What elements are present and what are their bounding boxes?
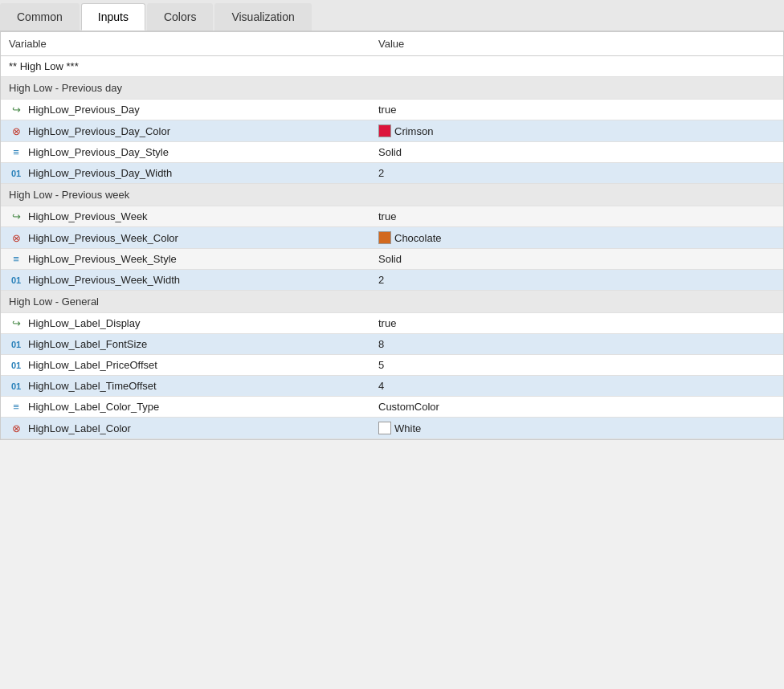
color-value-cell[interactable]: Chocolate <box>378 231 775 244</box>
table-row[interactable]: ↪ HighLow_Previous_Day true <box>1 100 783 120</box>
value-cell[interactable]: true <box>370 206 783 227</box>
variable-cell: ≡ HighLow_Label_Color_Type <box>1 397 370 418</box>
value-text: 2 <box>378 167 384 179</box>
value-cell[interactable]: Chocolate <box>370 227 783 249</box>
table-row[interactable]: ⊗ HighLow_Previous_Day_Color Crimson <box>1 120 783 142</box>
arrow-icon: ↪ <box>9 210 23 222</box>
value-cell[interactable]: Solid <box>370 249 783 270</box>
value-cell[interactable]: 2 <box>370 270 783 291</box>
table-row[interactable]: ↪ HighLow_Label_Display true <box>1 313 783 334</box>
color-swatch <box>378 124 391 137</box>
value-cell[interactable]: 5 <box>370 355 783 376</box>
table-row: High Low - Previous day <box>1 77 783 100</box>
value-text: 5 <box>378 359 384 371</box>
section-header-cell: High Low - General <box>1 291 783 313</box>
table-row[interactable]: 01 HighLow_Label_PriceOffset 5 <box>1 355 783 376</box>
table-row[interactable]: 01 HighLow_Previous_Day_Width 2 <box>1 163 783 184</box>
value-cell[interactable]: true <box>370 100 783 120</box>
variable-cell: ↪ HighLow_Previous_Week <box>1 206 370 227</box>
variables-table: Variable Value ** High Low *** High Low … <box>1 32 783 439</box>
section-header-cell: High Low - Previous day <box>1 77 783 100</box>
tab-bar: CommonInputsColorsVisualization <box>0 0 784 31</box>
variable-name: HighLow_Previous_Day_Color <box>28 125 170 137</box>
value-text: true <box>378 104 396 116</box>
value-text: CustomColor <box>378 401 439 413</box>
variable-name: HighLow_Previous_Week_Color <box>28 232 178 244</box>
tab-inputs[interactable]: Inputs <box>81 3 145 31</box>
value-cell[interactable]: 4 <box>370 376 783 397</box>
variable-cell: 01 HighLow_Previous_Day_Width <box>1 163 370 184</box>
variable-cell: ⊗ HighLow_Previous_Week_Color <box>1 227 370 249</box>
num-icon: 01 <box>9 361 23 370</box>
lines-icon: ≡ <box>9 401 23 413</box>
variable-name: HighLow_Label_Display <box>28 317 140 329</box>
label-cell: ** High Low *** <box>1 56 370 77</box>
variable-cell: 01 HighLow_Label_PriceOffset <box>1 355 370 376</box>
color-swatch <box>378 231 391 244</box>
num-icon: 01 <box>9 169 23 178</box>
label-row: ** High Low *** <box>1 56 783 77</box>
num-icon: 01 <box>9 340 23 349</box>
label-value <box>370 56 783 77</box>
color-value-cell[interactable]: White <box>378 422 775 434</box>
variable-name: HighLow_Previous_Day_Style <box>28 146 169 158</box>
table-row[interactable]: 01 HighLow_Label_FontSize 8 <box>1 334 783 355</box>
table-row[interactable]: ≡ HighLow_Previous_Day_Style Solid <box>1 142 783 163</box>
value-cell[interactable]: 2 <box>370 163 783 184</box>
lines-icon: ≡ <box>9 253 23 265</box>
table-row[interactable]: ⊗ HighLow_Previous_Week_Color Chocolate <box>1 227 783 249</box>
color-swatch <box>378 422 391 434</box>
variable-cell: ⊗ HighLow_Label_Color <box>1 418 370 439</box>
table-row[interactable]: ≡ HighLow_Previous_Week_Style Solid <box>1 249 783 270</box>
tab-visualization[interactable]: Visualization <box>214 3 311 31</box>
table-row[interactable]: ⊗ HighLow_Label_Color White <box>1 418 783 439</box>
color-label: White <box>394 422 421 434</box>
arrow-icon: ↪ <box>9 317 23 329</box>
variable-name: HighLow_Label_PriceOffset <box>28 359 157 371</box>
variable-cell: ≡ HighLow_Previous_Week_Style <box>1 249 370 270</box>
num-icon: 01 <box>9 381 23 391</box>
table-row[interactable]: ≡ HighLow_Label_Color_Type CustomColor <box>1 397 783 418</box>
variable-cell: ↪ HighLow_Label_Display <box>1 313 370 334</box>
main-content: Variable Value ** High Low *** High Low … <box>0 31 784 440</box>
variable-cell: ≡ HighLow_Previous_Day_Style <box>1 142 370 163</box>
table-row[interactable]: 01 HighLow_Previous_Week_Width 2 <box>1 270 783 291</box>
variable-name: HighLow_Previous_Week_Style <box>28 253 177 265</box>
value-cell[interactable]: White <box>370 418 783 439</box>
circle-icon: ⊗ <box>9 125 23 137</box>
table-row[interactable]: 01 HighLow_Label_TimeOffset 4 <box>1 376 783 397</box>
value-cell[interactable]: CustomColor <box>370 397 783 418</box>
variable-name: HighLow_Previous_Day <box>28 104 140 116</box>
value-text: true <box>378 317 396 329</box>
column-header-variable: Variable <box>1 32 370 56</box>
tabs-container: CommonInputsColorsVisualization <box>0 0 784 31</box>
variable-name: HighLow_Label_TimeOffset <box>28 380 157 392</box>
variable-name: HighLow_Label_FontSize <box>28 338 147 350</box>
variable-cell: ↪ HighLow_Previous_Day <box>1 100 370 120</box>
color-value-cell[interactable]: Crimson <box>378 124 775 137</box>
circle-icon: ⊗ <box>9 232 23 244</box>
tab-common[interactable]: Common <box>0 3 80 31</box>
color-label: Chocolate <box>394 232 442 244</box>
variable-name: HighLow_Previous_Week_Width <box>28 274 180 286</box>
circle-icon: ⊗ <box>9 422 23 434</box>
value-text: Solid <box>378 146 402 158</box>
color-label: Crimson <box>394 125 433 137</box>
value-text: 8 <box>378 338 384 350</box>
value-text: 2 <box>378 274 384 286</box>
column-header-value: Value <box>370 32 783 56</box>
value-cell[interactable]: true <box>370 313 783 334</box>
label-text: ** High Low *** <box>9 60 79 72</box>
tab-colors[interactable]: Colors <box>147 3 213 31</box>
variable-cell: 01 HighLow_Previous_Week_Width <box>1 270 370 291</box>
variable-cell: 01 HighLow_Label_TimeOffset <box>1 376 370 397</box>
value-cell[interactable]: Crimson <box>370 120 783 142</box>
table-row: High Low - Previous week <box>1 184 783 206</box>
value-text: true <box>378 210 396 222</box>
table-row[interactable]: ↪ HighLow_Previous_Week true <box>1 206 783 227</box>
value-cell[interactable]: 8 <box>370 334 783 355</box>
variable-name: HighLow_Previous_Day_Width <box>28 167 172 179</box>
variable-cell: ⊗ HighLow_Previous_Day_Color <box>1 120 370 142</box>
value-cell[interactable]: Solid <box>370 142 783 163</box>
arrow-icon: ↪ <box>9 104 23 116</box>
